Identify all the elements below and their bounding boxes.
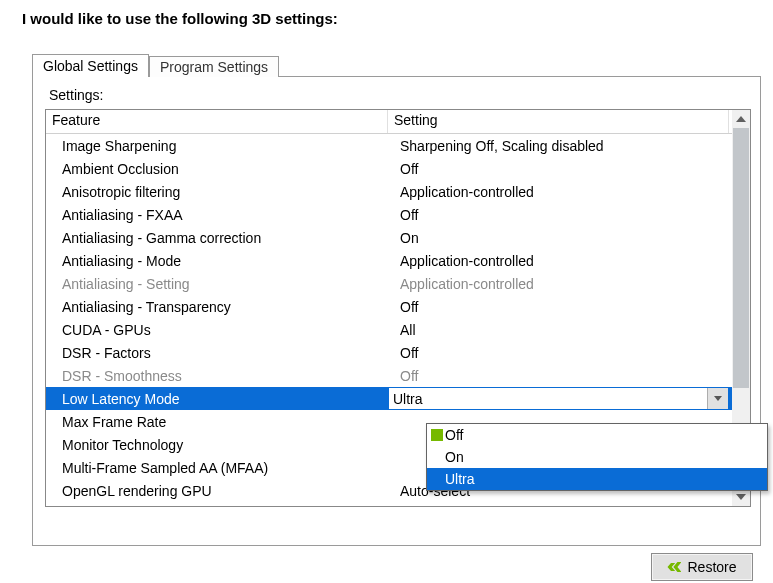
setting-value[interactable]: Ultra bbox=[388, 387, 729, 410]
settings-panel: Settings: Feature Setting Image Sharpeni… bbox=[32, 76, 761, 546]
setting-value: Off bbox=[388, 161, 729, 177]
setting-value: Application-controlled bbox=[388, 184, 729, 200]
setting-value: Off bbox=[388, 207, 729, 223]
dropdown-option-label: Off bbox=[443, 427, 463, 443]
dropdown-option[interactable]: Ultra bbox=[427, 468, 767, 490]
settings-listview: Feature Setting Image SharpeningSharpeni… bbox=[45, 109, 751, 507]
low-latency-dropdown-popup: OffOnUltra bbox=[426, 423, 768, 491]
column-header-feature[interactable]: Feature bbox=[46, 110, 388, 133]
chevron-up-icon bbox=[736, 116, 746, 122]
feature-name: CUDA - GPUs bbox=[46, 322, 388, 338]
setting-value: On bbox=[388, 230, 729, 246]
feature-name: Antialiasing - Mode bbox=[46, 253, 388, 269]
tabstrip: Global Settings Program Settings bbox=[32, 51, 773, 77]
feature-name: Antialiasing - Transparency bbox=[46, 299, 388, 315]
setting-row[interactable]: Image SharpeningSharpening Off, Scaling … bbox=[46, 134, 732, 157]
setting-row[interactable]: Antialiasing - ModeApplication-controlle… bbox=[46, 249, 732, 272]
chevron-down-icon bbox=[714, 396, 722, 401]
feature-name: Low Latency Mode bbox=[46, 391, 388, 407]
feature-name: Antialiasing - Gamma correction bbox=[46, 230, 388, 246]
feature-name: Anisotropic filtering bbox=[46, 184, 388, 200]
setting-row[interactable]: Anisotropic filteringApplication-control… bbox=[46, 180, 732, 203]
setting-value: Off bbox=[388, 345, 729, 361]
column-header-setting[interactable]: Setting bbox=[388, 110, 729, 133]
setting-value: Sharpening Off, Scaling disabled bbox=[388, 138, 729, 154]
setting-row[interactable]: Antialiasing - FXAAOff bbox=[46, 203, 732, 226]
feature-name: Antialiasing - Setting bbox=[46, 276, 388, 292]
tab-program-settings[interactable]: Program Settings bbox=[149, 56, 279, 77]
setting-row[interactable]: Low Latency ModeUltra bbox=[46, 387, 732, 410]
dropdown-option[interactable]: On bbox=[427, 446, 767, 468]
feature-name: DSR - Smoothness bbox=[46, 368, 388, 384]
feature-name: OpenGL rendering GPU bbox=[46, 483, 388, 499]
listview-header: Feature Setting bbox=[46, 110, 750, 134]
setting-row[interactable]: Antialiasing - TransparencyOff bbox=[46, 295, 732, 318]
tab-global-settings[interactable]: Global Settings bbox=[32, 54, 149, 77]
setting-row[interactable]: Antialiasing - Gamma correctionOn bbox=[46, 226, 732, 249]
setting-row[interactable]: DSR - FactorsOff bbox=[46, 341, 732, 364]
settings-label: Settings: bbox=[49, 87, 760, 103]
dropdown-button[interactable] bbox=[707, 388, 728, 409]
setting-value: Off bbox=[388, 299, 729, 315]
nvidia-logo-icon bbox=[667, 562, 681, 572]
setting-row[interactable]: CUDA - GPUsAll bbox=[46, 318, 732, 341]
setting-row[interactable]: Ambient OcclusionOff bbox=[46, 157, 732, 180]
feature-name: Multi-Frame Sampled AA (MFAA) bbox=[46, 460, 388, 476]
setting-value: Off bbox=[388, 368, 729, 384]
restore-button[interactable]: Restore bbox=[651, 553, 753, 581]
feature-name: Max Frame Rate bbox=[46, 414, 388, 430]
setting-value: Application-controlled bbox=[388, 253, 729, 269]
dropdown-option[interactable]: Off bbox=[427, 424, 767, 446]
setting-row[interactable]: Antialiasing - SettingApplication-contro… bbox=[46, 272, 732, 295]
chevron-down-icon bbox=[736, 494, 746, 500]
setting-row[interactable]: DSR - SmoothnessOff bbox=[46, 364, 732, 387]
dropdown-option-label: Ultra bbox=[431, 471, 475, 487]
page-heading: I would like to use the following 3D set… bbox=[22, 10, 773, 27]
scrollbar-thumb[interactable] bbox=[733, 128, 749, 388]
scroll-up-button[interactable] bbox=[732, 110, 750, 128]
setting-value: All bbox=[388, 322, 729, 338]
feature-name: Ambient Occlusion bbox=[46, 161, 388, 177]
feature-name: DSR - Factors bbox=[46, 345, 388, 361]
dropdown-option-label: On bbox=[431, 449, 464, 465]
restore-button-label: Restore bbox=[687, 559, 736, 575]
feature-name: Image Sharpening bbox=[46, 138, 388, 154]
feature-name: Antialiasing - FXAA bbox=[46, 207, 388, 223]
setting-value: Application-controlled bbox=[388, 276, 729, 292]
feature-name: Monitor Technology bbox=[46, 437, 388, 453]
nvidia-icon bbox=[431, 429, 443, 441]
setting-value-text: Ultra bbox=[393, 391, 423, 407]
